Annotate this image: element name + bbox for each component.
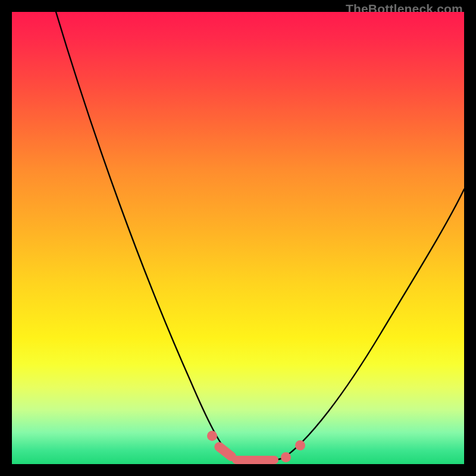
marker-floor-bar [232, 456, 278, 464]
marker-right-upper-dot [295, 440, 305, 450]
bottleneck-curve [12, 12, 464, 464]
chart-frame: TheBottleneck.com [0, 0, 476, 476]
curve-left-arm [56, 12, 231, 457]
marker-right-lower-dot [281, 452, 291, 462]
curve-right-arm [283, 189, 464, 458]
plot-area [12, 12, 464, 464]
marker-left-upper-dot [207, 431, 217, 441]
